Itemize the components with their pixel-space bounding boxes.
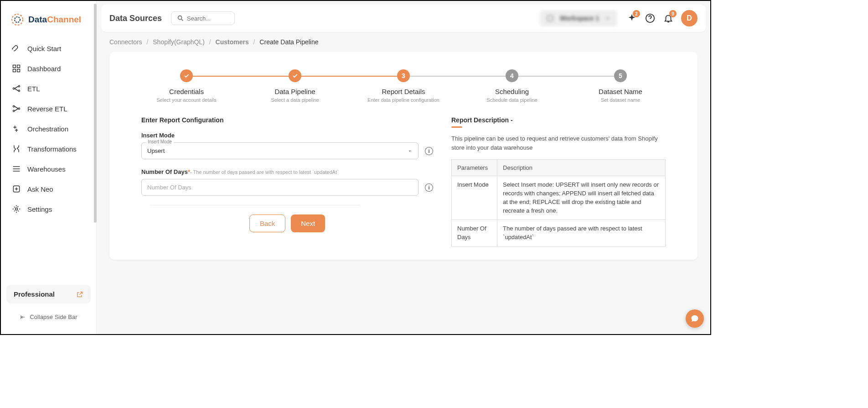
collapse-sidebar-button[interactable]: Collapse Side Bar xyxy=(6,309,91,325)
step-subtitle: Set dataset name xyxy=(566,97,675,103)
search-icon xyxy=(177,15,184,22)
insert-mode-select[interactable]: Upsert xyxy=(141,142,418,159)
sidebar-item-transformations[interactable]: Transformations xyxy=(5,139,92,159)
table-header: Parameters xyxy=(452,160,497,176)
svg-point-8 xyxy=(18,90,20,91)
search-field[interactable] xyxy=(171,11,235,25)
chat-fab[interactable] xyxy=(686,309,704,328)
insert-mode-label: Insert Mode xyxy=(141,132,433,139)
breadcrumb-link[interactable]: Connectors xyxy=(109,38,142,46)
collapse-icon xyxy=(20,314,26,320)
workspace-name: Workspace 1 xyxy=(560,15,599,22)
step-number: 5 xyxy=(614,69,627,82)
nav: Quick Start Dashboard ETL Reverse ETL Or… xyxy=(1,34,96,280)
sidebar-item-quick-start[interactable]: Quick Start xyxy=(5,38,92,58)
help-button[interactable] xyxy=(645,13,656,24)
sidebar-item-warehouses[interactable]: Warehouses xyxy=(5,159,92,179)
etl-icon xyxy=(12,84,21,93)
sidebar-item-dashboard[interactable]: Dashboard xyxy=(5,58,92,78)
check-icon xyxy=(183,73,190,79)
breadcrumb-link[interactable]: Customers xyxy=(216,38,249,46)
step-subtitle: Select a data pipeline xyxy=(241,97,349,103)
search-input[interactable] xyxy=(187,15,229,22)
chevron-down-icon xyxy=(604,15,611,21)
num-days-input[interactable] xyxy=(141,179,418,196)
sidebar-item-label: Dashboard xyxy=(27,65,61,73)
step-report-details[interactable]: 3 Report Details Enter data pipeline con… xyxy=(349,69,458,103)
transformations-icon xyxy=(12,144,21,153)
collapse-label: Collapse Side Bar xyxy=(30,314,77,320)
report-description-panel: Report Description - This pipeline can b… xyxy=(451,116,666,247)
dashboard-icon xyxy=(12,64,21,73)
sidebar-item-etl[interactable]: ETL xyxy=(5,78,92,99)
sidebar-item-label: Ask Neo xyxy=(27,185,53,193)
warehouses-icon xyxy=(12,164,21,173)
workspace-selector[interactable]: Workspace 1 xyxy=(540,10,617,26)
svg-point-7 xyxy=(18,85,20,87)
plan-box[interactable]: Professional xyxy=(6,285,91,303)
info-icon[interactable]: i xyxy=(425,147,433,155)
svg-rect-4 xyxy=(13,69,16,72)
description-text: This pipeline can be used to request and… xyxy=(451,134,666,152)
step-scheduling[interactable]: 4 Scheduling Schedule data pipeline xyxy=(458,69,566,103)
sidebar-item-label: Quick Start xyxy=(27,45,61,52)
avatar[interactable]: D xyxy=(681,10,698,26)
param-name: Insert Mode xyxy=(452,176,497,220)
svg-rect-15 xyxy=(548,16,553,21)
sidebar-item-ask-neo[interactable]: Ask Neo xyxy=(5,179,92,199)
notifications-button[interactable]: 9 xyxy=(663,13,674,24)
divider xyxy=(150,205,360,205)
step-title: Scheduling xyxy=(458,88,566,95)
table-header: Description xyxy=(497,160,666,176)
pipeline-card: Credentials Select your account details … xyxy=(109,52,698,260)
svg-point-11 xyxy=(13,110,15,111)
svg-rect-3 xyxy=(17,65,20,68)
info-icon[interactable]: i xyxy=(425,183,433,192)
step-number: 4 xyxy=(506,69,518,82)
sidebar-item-label: Reverse ETL xyxy=(27,105,67,113)
ask-neo-icon xyxy=(12,184,21,194)
step-data-pipeline[interactable]: Data Pipeline Select a data pipeline xyxy=(241,69,349,103)
title-underline xyxy=(451,126,462,128)
svg-rect-5 xyxy=(17,69,20,72)
brand-logo[interactable]: DataChannel xyxy=(1,5,96,34)
param-name: Number Of Days xyxy=(452,220,497,247)
check-icon xyxy=(292,73,298,79)
step-dataset-name[interactable]: 5 Dataset Name Set dataset name xyxy=(566,69,675,103)
chat-icon xyxy=(690,314,699,323)
step-subtitle: Schedule data pipeline xyxy=(458,97,566,103)
sidebar-item-label: Warehouses xyxy=(27,165,66,173)
sparkle-button[interactable]: 2 xyxy=(626,13,637,24)
sidebar-item-settings[interactable]: Settings xyxy=(5,199,92,219)
svg-point-9 xyxy=(18,108,20,109)
form-section-title: Enter Report Configuration xyxy=(141,116,433,124)
step-title: Data Pipeline xyxy=(241,88,349,95)
chevron-down-icon xyxy=(407,148,413,154)
sidebar-item-reverse-etl[interactable]: Reverse ETL xyxy=(5,99,92,119)
step-credentials[interactable]: Credentials Select your account details xyxy=(132,69,241,103)
param-desc: Select Insert mode: UPSERT will insert o… xyxy=(497,176,666,220)
logo-text: DataChannel xyxy=(28,15,81,25)
table-row: Insert Mode Select Insert mode: UPSERT w… xyxy=(452,176,666,220)
sidebar-item-label: Orchestration xyxy=(27,125,68,133)
table-row: Number Of Days The number of days passed… xyxy=(452,220,666,247)
sidebar-item-orchestration[interactable]: Orchestration xyxy=(5,119,92,139)
logo-icon xyxy=(10,12,25,27)
stepper: Credentials Select your account details … xyxy=(132,69,675,103)
workspace-icon xyxy=(546,14,554,22)
sidebar-item-label: ETL xyxy=(27,85,40,93)
param-desc: The number of days passed are with respe… xyxy=(497,220,666,247)
help-icon xyxy=(645,13,655,23)
sparkle-badge: 2 xyxy=(633,10,640,17)
sidebar-item-label: Transformations xyxy=(27,145,77,153)
topbar: Data Sources Workspace 1 2 xyxy=(101,5,706,32)
bell-badge: 9 xyxy=(669,10,677,17)
breadcrumb-link[interactable]: Shopify(GraphQL) xyxy=(153,38,205,46)
next-button[interactable]: Next xyxy=(291,214,325,232)
back-button[interactable]: Back xyxy=(249,214,285,232)
plan-label: Professional xyxy=(14,290,55,298)
step-subtitle: Enter data pipeline configuration xyxy=(349,97,458,103)
main: Data Sources Workspace 1 2 xyxy=(97,1,710,334)
sidebar: DataChannel Quick Start Dashboard ETL Re… xyxy=(1,1,97,334)
num-days-label: Number Of Days*- The number of days pass… xyxy=(141,168,433,175)
